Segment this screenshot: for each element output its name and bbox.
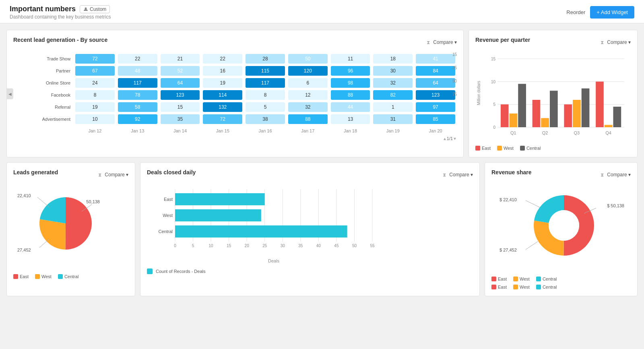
deals-legend: Count of Records - Deals	[147, 268, 473, 274]
revenue-share-header: Revenue share ⧗ Compare ▾	[491, 169, 631, 180]
deals-legend-label: Count of Records - Deals	[156, 269, 206, 274]
rs-leg-east: East	[491, 277, 507, 281]
heatmap-cell: 19	[201, 77, 244, 89]
rs-label-27452: $ 27,452	[500, 248, 517, 252]
heatmap-cell: 8	[244, 89, 287, 101]
bar-East-Q3	[564, 104, 572, 127]
label-22410: 22,410	[17, 193, 31, 198]
heatmap-cell: 92	[116, 113, 159, 125]
compare-button-5[interactable]: Compare ▾	[607, 172, 631, 178]
revenue-share-widget: Revenue share ⧗ Compare ▾ $ 22,410$ 50,1…	[485, 162, 638, 296]
leads-east-label: East	[20, 274, 29, 279]
filter-icon: ⧗	[427, 39, 430, 45]
leads-legend: East West Central	[13, 274, 128, 279]
heatmap-cell: 48	[116, 65, 159, 77]
rs-east-dot	[491, 285, 496, 289]
bar-East-Q1	[501, 104, 509, 127]
heatmap-table: Trade Show722221222850111841Partner67485…	[13, 53, 457, 134]
heatmap-cell: 21	[159, 53, 202, 65]
bar-West-Q1	[510, 114, 518, 127]
col-header: Jan 13	[116, 125, 159, 134]
heatmap-cell: 72	[74, 53, 116, 65]
bar-label-West: West	[163, 213, 173, 218]
leads-chart: 22,41050,13827,452	[13, 185, 128, 271]
x-tick-label: Q4	[605, 130, 611, 135]
legend-west: West	[497, 146, 514, 151]
rs-leg-west: West	[513, 277, 530, 281]
bar-West-Q3	[573, 100, 581, 127]
heatmap-cell: 117	[244, 77, 287, 89]
col-header: Jan 20	[414, 125, 457, 134]
heatmap-cell: 123	[159, 89, 202, 101]
legend-central: Central	[520, 146, 541, 151]
heatmap-cell: 88	[287, 113, 329, 125]
x-tick: 20	[245, 244, 250, 248]
heatmap-cell: 50	[287, 53, 329, 65]
heatmap-cell: 98	[329, 77, 372, 89]
table-row: Referral19581513253244197	[13, 101, 457, 113]
dashboard: ◀ Recent lead generation - By source ⧗ C…	[0, 23, 644, 303]
heatmap-cell: 132	[201, 101, 244, 113]
rs-leg-central-label: Central	[543, 277, 557, 281]
next-arrow[interactable]: ▼	[453, 136, 457, 141]
col-header: Jan 17	[287, 125, 329, 134]
bar-Central-Q3	[582, 89, 590, 127]
pagination-label: 1/1	[447, 136, 453, 141]
x-tick-label: Q3	[574, 130, 580, 135]
y-axis-label: Million dollars	[477, 81, 481, 105]
heatmap-cell: 1	[372, 101, 414, 113]
label-line-3	[39, 240, 49, 248]
rs-line-3	[526, 242, 538, 250]
compare-button[interactable]: Compare ▾	[433, 39, 457, 45]
deals-chart: 0510152025303540455055DealsEastWestCentr…	[147, 185, 473, 274]
revenue-share-chart: $ 22,410$ 50,138$ 27,452 East West Centr…	[491, 185, 631, 281]
sidebar-toggle[interactable]: ◀	[7, 88, 13, 99]
west-dot	[497, 146, 502, 151]
leads-legend-central: Central	[58, 274, 78, 279]
leads-central-dot	[58, 274, 63, 279]
x-tick-label: Q1	[510, 130, 516, 135]
top-row: ◀ Recent lead generation - By source ⧗ C…	[6, 30, 638, 157]
table-row: Advertisement109235723888133185	[13, 113, 457, 125]
revenue-share-controls: ⧗ Compare ▾	[601, 172, 631, 178]
compare-button-2[interactable]: Compare ▾	[607, 39, 631, 45]
label-27452: 27,452	[17, 248, 31, 252]
heatmap-cell: 5	[244, 101, 287, 113]
add-widget-button[interactable]: + Add Widget	[590, 6, 634, 19]
row-label: Advertisement	[13, 113, 74, 125]
prev-arrow[interactable]: ▲	[443, 136, 447, 141]
col-headers-row: Jan 12Jan 13Jan 14Jan 15Jan 16Jan 17Jan …	[13, 125, 457, 134]
heatmap-cell: 13	[329, 113, 372, 125]
x-tick: 15	[227, 244, 231, 248]
heatmap-title: Recent lead generation - By source	[13, 37, 107, 43]
leads-east-dot	[13, 274, 18, 279]
heatmap-cell: 64	[414, 77, 457, 89]
rs-west-label: West	[520, 285, 530, 289]
bar-label-Central: Central	[159, 229, 173, 234]
rs-line-1	[526, 200, 540, 207]
bar-West-Q2	[541, 118, 549, 127]
heatmap-cell: 18	[372, 53, 414, 65]
heatmap-cell: 22	[201, 53, 244, 65]
heatmap-footer: ▲ 1/1 ▼	[13, 136, 457, 141]
legend-east: East	[475, 146, 491, 151]
revenue-share-svg: $ 22,410$ 50,138$ 27,452	[491, 185, 628, 274]
scale-50: 50	[452, 79, 457, 83]
heatmap-cell: 52	[159, 65, 202, 77]
leads-central-label: Central	[64, 274, 78, 279]
table-row: Partner67485216115120963084	[13, 65, 457, 77]
rs-leg-east-dot	[491, 277, 496, 281]
badge-label: Custom	[90, 6, 106, 12]
compare-button-3[interactable]: Compare ▾	[105, 172, 128, 178]
header-left: Important numbers Custom Dashboard conta…	[10, 5, 111, 20]
title-row: Important numbers Custom	[10, 5, 111, 13]
col-header: Jan 12	[74, 125, 116, 134]
deals-widget: Deals closed daily ⧗ Compare ▾ 051015202…	[140, 162, 480, 296]
compare-button-4[interactable]: Compare ▾	[449, 172, 473, 178]
bottom-row: Leads generated ⧗ Compare ▾ 22,41050,138…	[6, 162, 638, 296]
bar-Central-Q1	[518, 84, 526, 127]
heatmap-cell: 41	[414, 53, 457, 65]
heatmap-cell: 85	[414, 113, 457, 125]
reorder-button[interactable]: Reorder	[566, 9, 585, 15]
x-tick: 40	[316, 244, 321, 248]
